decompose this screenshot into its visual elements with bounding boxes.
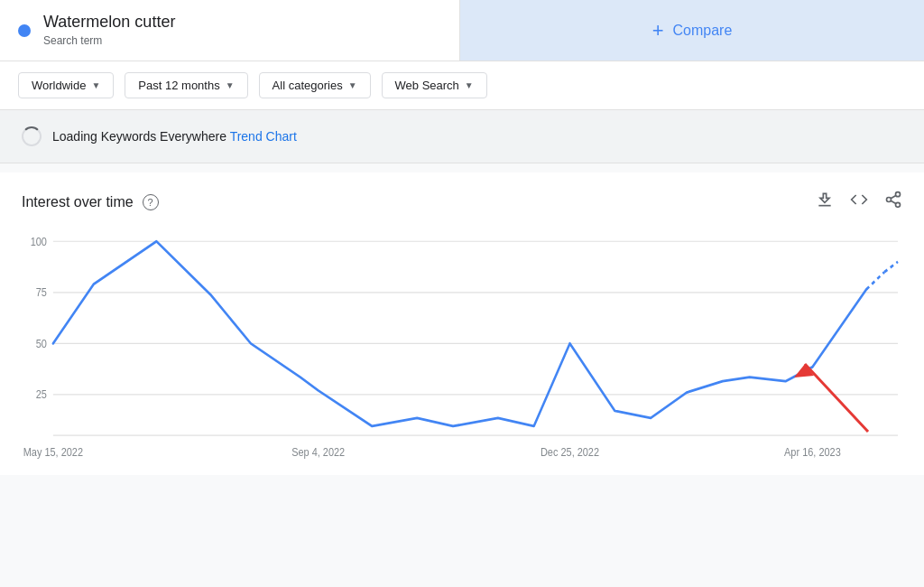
svg-text:25: 25 (36, 388, 48, 401)
filter-past12months[interactable]: Past 12 months ▼ (125, 72, 247, 98)
svg-point-0 (896, 192, 901, 197)
chevron-down-icon: ▼ (226, 80, 235, 90)
svg-line-4 (891, 195, 896, 198)
chevron-down-icon: ▼ (348, 80, 357, 90)
chevron-down-icon: ▼ (465, 80, 474, 90)
svg-text:Sep 4, 2022: Sep 4, 2022 (291, 445, 345, 458)
loading-text-plain: Loading Keywords Everywhere (52, 129, 230, 144)
svg-text:100: 100 (31, 235, 48, 247)
red-arrow (778, 350, 886, 441)
trend-chart: 100 75 50 25 May 15, 2022 Sep 4, 2022 De… (22, 231, 902, 466)
search-term-card: Watermelon cutter Search term (0, 0, 460, 61)
filter-allcategories-label: All categories (273, 79, 343, 92)
loading-spinner (22, 126, 42, 146)
compare-plus-icon: + (652, 19, 664, 42)
help-icon[interactable]: ? (143, 194, 159, 210)
loading-text-highlight: Trend Chart (230, 129, 297, 144)
svg-line-14 (866, 272, 884, 289)
search-term-name: Watermelon cutter (43, 13, 175, 32)
filter-worldwide-label: Worldwide (32, 79, 86, 92)
top-section: Watermelon cutter Search term + Compare (0, 0, 924, 61)
compare-label: Compare (673, 23, 733, 39)
filter-past12months-label: Past 12 months (138, 79, 219, 92)
chart-header: Interest over time ? (22, 191, 902, 213)
embed-button[interactable] (850, 191, 868, 213)
svg-point-2 (896, 202, 901, 207)
chevron-down-icon: ▼ (91, 80, 100, 90)
svg-text:Dec 25, 2022: Dec 25, 2022 (541, 445, 599, 458)
filters-bar: Worldwide ▼ Past 12 months ▼ All categor… (0, 61, 924, 110)
filter-websearch-label: Web Search (395, 79, 459, 92)
share-button[interactable] (884, 191, 902, 213)
search-term-dot (18, 24, 31, 37)
svg-line-20 (805, 364, 868, 432)
keywords-loading-bar: Loading Keywords Everywhere Trend Chart (0, 110, 924, 163)
chart-container: 100 75 50 25 May 15, 2022 Sep 4, 2022 De… (22, 231, 902, 466)
svg-line-3 (891, 200, 896, 203)
search-term-label: Search term (43, 34, 102, 47)
svg-point-1 (887, 198, 892, 202)
svg-line-15 (884, 262, 898, 272)
loading-text: Loading Keywords Everywhere Trend Chart (52, 129, 297, 144)
svg-text:Apr 16, 2023: Apr 16, 2023 (784, 445, 841, 458)
svg-text:May 15, 2022: May 15, 2022 (23, 445, 83, 458)
chart-section: Interest over time ? 100 75 (0, 172, 924, 475)
filter-allcategories[interactable]: All categories ▼ (259, 72, 371, 98)
filter-websearch[interactable]: Web Search ▼ (382, 72, 487, 98)
filter-worldwide[interactable]: Worldwide ▼ (18, 72, 114, 98)
svg-text:50: 50 (36, 337, 48, 349)
chart-title: Interest over time (22, 194, 134, 210)
search-term-text: Watermelon cutter Search term (43, 13, 175, 48)
svg-text:75: 75 (36, 286, 48, 299)
chart-actions (816, 191, 902, 213)
compare-card[interactable]: + Compare (460, 0, 924, 61)
download-button[interactable] (816, 191, 834, 213)
chart-title-group: Interest over time ? (22, 194, 159, 210)
